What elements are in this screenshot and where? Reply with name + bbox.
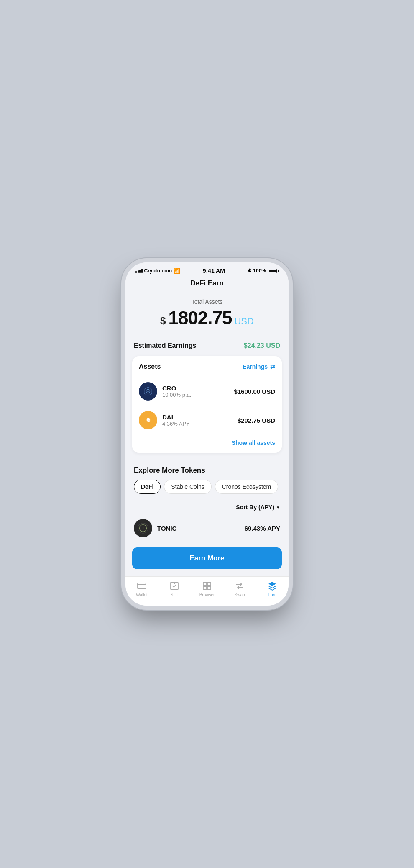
- svg-rect-11: [203, 582, 207, 586]
- cro-icon: [139, 382, 157, 401]
- sort-arrow-icon: ▼: [276, 505, 280, 510]
- nav-item-wallet[interactable]: Wallet: [125, 581, 158, 597]
- status-right: ✱ 100%: [247, 268, 279, 274]
- swap-nav-icon: [235, 581, 245, 591]
- sort-row: Sort By (APY) ▼: [125, 499, 289, 514]
- nav-item-nft[interactable]: NFT: [158, 581, 191, 597]
- screen-content: DeFi Earn Total Assets $ 1802.75 USD Est…: [125, 276, 289, 576]
- token-row-tonic[interactable]: ⊤ TONIC 69.43% APY: [125, 514, 289, 542]
- svg-rect-8: [138, 583, 146, 589]
- tonic-name: TONIC: [157, 525, 245, 532]
- swap-arrows-icon: ⇄: [270, 363, 275, 370]
- total-assets-section: Total Assets $ 1802.75 USD: [125, 294, 289, 337]
- total-assets-value: $ 1802.75 USD: [134, 308, 280, 329]
- bottom-nav: Wallet NFT Browse: [125, 576, 289, 606]
- nav-item-earn[interactable]: Earn: [256, 581, 289, 597]
- page-title: DeFi Earn: [125, 276, 289, 294]
- dai-info: DAI 4.36% APY: [162, 413, 238, 427]
- wallet-nav-label: Wallet: [136, 593, 147, 597]
- cro-symbol: CRO: [162, 385, 234, 392]
- earn-more-container: Earn More: [125, 542, 289, 574]
- sort-label: Sort By (APY): [236, 504, 274, 511]
- browser-icon: [202, 581, 212, 591]
- phone-frame: Crypto.com 📶 9:41 AM ✱ 100% DeFi Earn To…: [125, 262, 289, 606]
- status-left: Crypto.com 📶: [135, 268, 180, 274]
- bluetooth-icon: ✱: [247, 268, 251, 274]
- cro-value: $1600.00 USD: [234, 388, 275, 395]
- browser-nav-label: Browser: [199, 593, 215, 597]
- filter-tab-stablecoins[interactable]: Stable Coins: [164, 480, 211, 494]
- svg-text:⊤: ⊤: [142, 526, 145, 530]
- dai-value: $202.75 USD: [238, 417, 275, 424]
- assets-card: Assets Earnings ⇄ CRO 10.00% p.a: [132, 356, 282, 453]
- svg-point-10: [174, 583, 175, 584]
- show-all-assets-link[interactable]: Show all assets: [139, 434, 275, 446]
- tonic-icon: ⊤: [134, 519, 152, 537]
- dollar-sign: $: [160, 315, 166, 327]
- earn-nav-icon: [267, 581, 277, 591]
- wallet-icon: [137, 581, 147, 591]
- show-all-assets-label: Show all assets: [232, 439, 275, 446]
- signal-bars: [135, 269, 143, 273]
- filter-tabs: DeFi Stable Coins Cronos Ecosystem DE: [134, 480, 280, 496]
- earn-more-button[interactable]: Earn More: [132, 547, 282, 569]
- filter-tab-defi[interactable]: DeFi: [134, 480, 161, 494]
- dai-rate: 4.36% APY: [162, 421, 238, 427]
- assets-card-header: Assets Earnings ⇄: [139, 363, 275, 370]
- dai-icon: ₴: [139, 411, 157, 429]
- nft-icon: [169, 581, 179, 591]
- cro-rate: 10.00% p.a.: [162, 392, 234, 398]
- filter-tab-cronos[interactable]: Cronos Ecosystem: [215, 480, 278, 494]
- estimated-earnings-value: $24.23 USD: [244, 342, 280, 349]
- total-currency: USD: [234, 316, 253, 327]
- svg-rect-12: [207, 582, 211, 586]
- nft-nav-label: NFT: [170, 593, 178, 597]
- asset-row-cro[interactable]: CRO 10.00% p.a. $1600.00 USD: [139, 377, 275, 406]
- svg-rect-14: [207, 586, 211, 590]
- battery-indicator: [268, 269, 279, 273]
- status-time: 9:41 AM: [203, 267, 225, 274]
- svg-point-2: [147, 390, 148, 392]
- earn-nav-label: Earn: [268, 593, 276, 597]
- nav-item-swap[interactable]: Swap: [223, 581, 256, 597]
- tonic-info: TONIC: [157, 525, 245, 532]
- total-amount: 1802.75: [168, 308, 232, 329]
- wifi-icon: 📶: [174, 268, 180, 274]
- cro-info: CRO 10.00% p.a.: [162, 385, 234, 398]
- assets-card-title: Assets: [139, 363, 161, 370]
- nav-item-browser[interactable]: Browser: [191, 581, 223, 597]
- explore-section: Explore More Tokens DeFi Stable Coins Cr…: [125, 460, 289, 499]
- dai-symbol: DAI: [162, 413, 238, 421]
- earnings-toggle-label: Earnings: [243, 363, 268, 370]
- estimated-earnings-row: Estimated Earnings $24.23 USD: [125, 337, 289, 354]
- earnings-toggle-button[interactable]: Earnings ⇄: [243, 363, 275, 370]
- svg-rect-13: [203, 586, 207, 590]
- asset-row-dai[interactable]: ₴ DAI 4.36% APY $202.75 USD: [139, 406, 275, 434]
- tonic-apy: 69.43% APY: [245, 525, 280, 532]
- svg-text:₴: ₴: [146, 417, 151, 423]
- swap-nav-label: Swap: [234, 593, 245, 597]
- sort-button[interactable]: Sort By (APY) ▼: [236, 504, 280, 511]
- total-assets-label: Total Assets: [134, 298, 280, 305]
- status-bar: Crypto.com 📶 9:41 AM ✱ 100%: [125, 262, 289, 276]
- estimated-earnings-label: Estimated Earnings: [134, 342, 196, 349]
- battery-percent: 100%: [253, 268, 266, 274]
- explore-title: Explore More Tokens: [134, 466, 280, 475]
- carrier-label: Crypto.com: [144, 268, 172, 274]
